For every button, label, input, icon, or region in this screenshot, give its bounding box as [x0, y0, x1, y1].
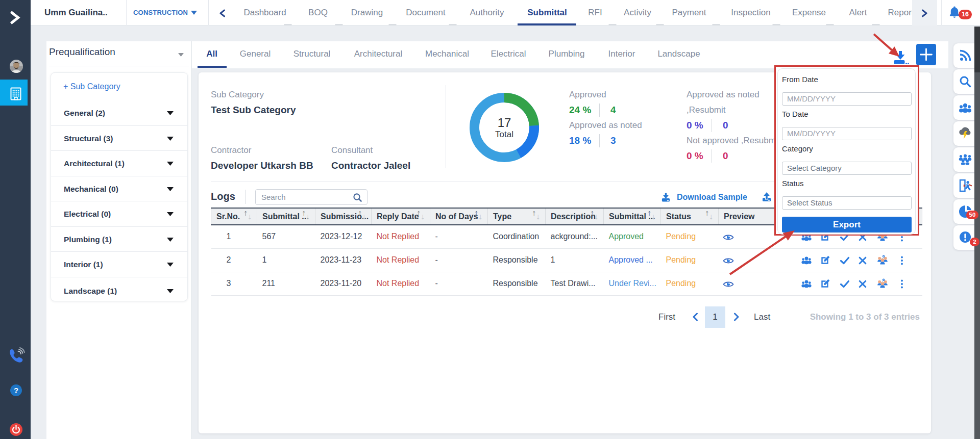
- svg-text:17: 17: [498, 116, 511, 130]
- svg-text:Total: Total: [495, 130, 513, 139]
